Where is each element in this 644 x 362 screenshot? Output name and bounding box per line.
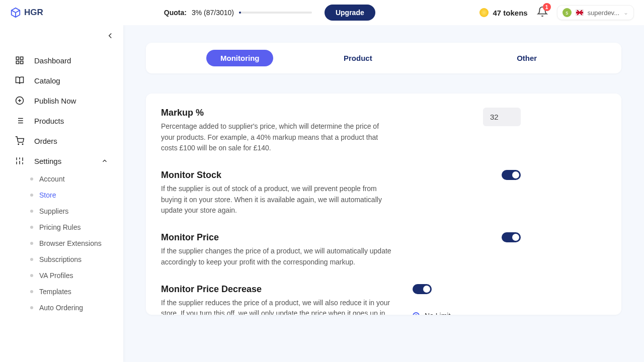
subnav-va-profiles[interactable]: VA Profiles <box>30 267 123 284</box>
uk-flag-icon <box>576 10 584 16</box>
radio-no-limit[interactable]: No Limit <box>413 312 491 315</box>
sidebar: Dashboard Catalog Publish Now Products O… <box>0 25 123 362</box>
tokens-label: 47 tokens <box>493 9 527 17</box>
quota-section: Quota: 3% (87/3010) Upgrade <box>164 5 375 21</box>
username: superdev... <box>588 9 619 17</box>
upgrade-button[interactable]: Upgrade <box>325 5 375 21</box>
notification-badge: 1 <box>543 3 551 11</box>
markup-input[interactable] <box>483 108 521 126</box>
tab-monitoring[interactable]: Monitoring <box>206 50 273 66</box>
subnav-suppliers[interactable]: Suppliers <box>30 203 123 219</box>
sidebar-item-settings[interactable]: Settings <box>0 151 123 171</box>
plus-circle-icon <box>15 96 24 105</box>
subnav-account[interactable]: Account <box>30 171 123 187</box>
quota-bar <box>239 12 312 14</box>
svg-rect-0 <box>16 57 19 59</box>
settings-subnav: Account Store Suppliers Pricing Rules Br… <box>0 171 123 316</box>
markup-title: Markup % <box>161 108 392 118</box>
svg-rect-2 <box>16 61 19 64</box>
cube-icon <box>10 7 21 18</box>
monitor-decrease-desc: If the supplier reduces the price of a p… <box>161 298 392 315</box>
list-icon <box>15 116 24 125</box>
sidebar-item-label: Orders <box>34 137 57 145</box>
chevron-left-icon <box>106 31 115 40</box>
svg-rect-3 <box>21 61 23 64</box>
subnav-store[interactable]: Store <box>30 187 123 203</box>
main-content: Monitoring Product Other Markup % Percen… <box>123 25 644 362</box>
chevron-down-icon: ⌄ <box>623 9 628 16</box>
setting-markup: Markup % Percentage added to supplier's … <box>161 108 606 154</box>
tab-other[interactable]: Other <box>442 50 611 66</box>
sidebar-item-label: Products <box>34 117 64 125</box>
tokens[interactable]: 47 tokens <box>479 8 527 17</box>
sidebar-item-orders[interactable]: Orders <box>0 131 123 151</box>
topbar: HGR Quota: 3% (87/3010) Upgrade 47 token… <box>0 0 644 25</box>
grid-icon <box>15 56 24 65</box>
monitor-price-toggle[interactable] <box>502 232 521 242</box>
subnav-subscriptions[interactable]: Subscriptions <box>30 251 123 267</box>
chevron-up-icon <box>101 157 108 164</box>
subnav-pricing-rules[interactable]: Pricing Rules <box>30 219 123 235</box>
monitor-stock-toggle[interactable] <box>502 170 521 180</box>
sidebar-item-label: Settings <box>34 157 61 165</box>
logo-text: HGR <box>24 8 43 18</box>
sliders-icon <box>15 156 24 165</box>
sidebar-item-label: Publish Now <box>34 97 76 105</box>
radio-icon <box>413 312 420 315</box>
notifications-button[interactable]: 1 <box>537 6 548 19</box>
settings-panel: Markup % Percentage added to supplier's … <box>146 94 621 315</box>
subnav-auto-ordering[interactable]: Auto Ordering <box>30 300 123 316</box>
sidebar-item-publish[interactable]: Publish Now <box>0 90 123 111</box>
quota-value: 3% (87/3010) <box>192 9 234 17</box>
collapse-sidebar-button[interactable] <box>106 31 115 42</box>
tabs: Monitoring Product Other <box>146 43 621 73</box>
monitor-stock-title: Monitor Stock <box>161 170 392 180</box>
monitor-price-desc: If the supplier changes the price of a p… <box>161 246 392 267</box>
monitor-decrease-toggle[interactable] <box>413 284 432 294</box>
subnav-templates[interactable]: Templates <box>30 284 123 300</box>
sidebar-item-products[interactable]: Products <box>0 111 123 131</box>
sidebar-item-label: Dashboard <box>34 56 71 65</box>
cart-icon <box>15 136 24 145</box>
svg-point-13 <box>18 144 19 145</box>
sidebar-item-dashboard[interactable]: Dashboard <box>0 50 123 70</box>
book-icon <box>15 76 24 85</box>
quota-label: Quota: <box>164 9 187 17</box>
svg-point-14 <box>22 144 23 145</box>
coin-icon <box>479 8 489 17</box>
logo[interactable]: HGR <box>10 7 43 18</box>
monitor-decrease-title: Monitor Price Decrease <box>161 284 392 295</box>
setting-monitor-price: Monitor Price If the supplier changes th… <box>161 232 606 267</box>
monitor-stock-desc: If the supplier is out of stock of a pro… <box>161 184 392 216</box>
shopify-icon: s <box>562 8 572 17</box>
user-menu[interactable]: s superdev... ⌄ <box>557 5 634 20</box>
setting-monitor-decrease: Monitor Price Decrease If the supplier r… <box>161 284 606 315</box>
sidebar-item-label: Catalog <box>34 76 60 85</box>
tab-product[interactable]: Product <box>273 50 442 66</box>
monitor-price-title: Monitor Price <box>161 232 392 243</box>
setting-monitor-stock: Monitor Stock If the supplier is out of … <box>161 170 606 216</box>
svg-rect-1 <box>21 57 23 59</box>
subnav-browser-ext[interactable]: Browser Extensions <box>30 235 123 251</box>
sidebar-item-catalog[interactable]: Catalog <box>0 70 123 90</box>
markup-desc: Percentage added to supplier's price, wh… <box>161 121 392 154</box>
